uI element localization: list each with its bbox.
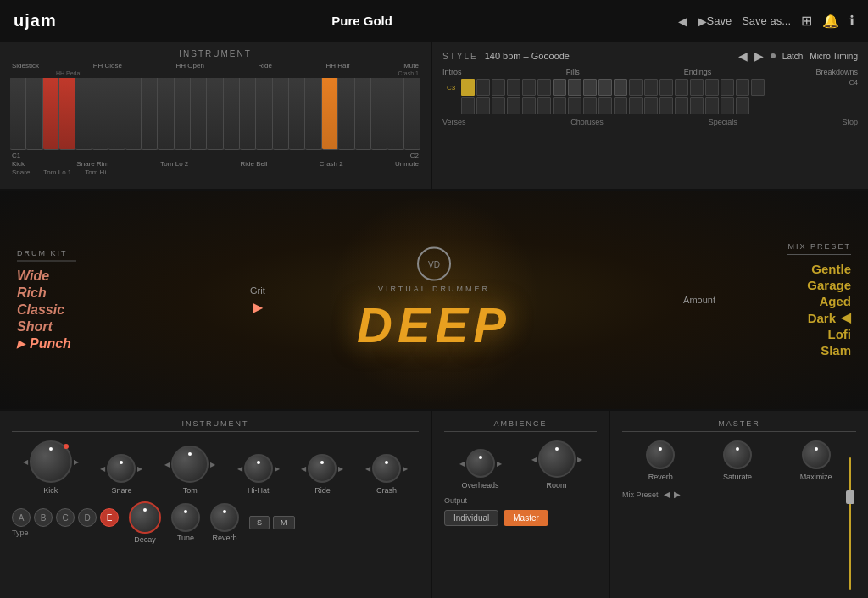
style-pad[interactable] bbox=[492, 97, 505, 114]
mixpreset-slam[interactable]: Slam bbox=[821, 343, 851, 357]
mix-preset-prev[interactable]: ◀ bbox=[664, 490, 670, 499]
key-d1[interactable] bbox=[26, 78, 42, 150]
mute-button[interactable]: M bbox=[273, 516, 295, 529]
key-b2[interactable] bbox=[224, 78, 240, 150]
master-saturate-knob[interactable] bbox=[723, 440, 752, 469]
drumkit-option-short[interactable]: Short bbox=[17, 319, 71, 335]
key-a3[interactable] bbox=[322, 78, 338, 150]
ride-knob[interactable] bbox=[308, 454, 337, 483]
solo-button[interactable]: S bbox=[249, 516, 270, 529]
style-pad[interactable] bbox=[553, 97, 566, 114]
key-d3[interactable] bbox=[256, 78, 272, 150]
style-pad[interactable] bbox=[721, 79, 734, 96]
master-fader[interactable] bbox=[844, 457, 856, 590]
style-pad[interactable] bbox=[461, 97, 475, 114]
save-button[interactable]: Save bbox=[707, 14, 732, 27]
type-btn-b[interactable]: B bbox=[34, 508, 53, 527]
style-pad[interactable] bbox=[583, 79, 597, 96]
preset-prev-button[interactable]: ◀ bbox=[678, 14, 687, 28]
key-f4[interactable] bbox=[404, 78, 420, 150]
style-pad[interactable] bbox=[675, 97, 688, 114]
master-output-button[interactable]: Master bbox=[504, 510, 548, 526]
drumkit-option-punch[interactable]: ▶ Punch bbox=[17, 336, 71, 352]
grit-arrow-icon[interactable]: ▶ bbox=[250, 299, 265, 315]
room-knob[interactable] bbox=[538, 440, 576, 478]
snare-knob[interactable] bbox=[107, 454, 136, 483]
mixpreset-garage[interactable]: Garage bbox=[807, 278, 851, 292]
style-pad[interactable] bbox=[659, 79, 673, 96]
style-pad[interactable] bbox=[659, 97, 673, 114]
style-pad[interactable] bbox=[690, 79, 704, 96]
hihat-knob[interactable] bbox=[244, 454, 273, 483]
key-b3[interactable] bbox=[338, 78, 354, 150]
key-c4[interactable] bbox=[355, 78, 371, 150]
tune-knob[interactable] bbox=[171, 503, 200, 532]
style-pad[interactable] bbox=[507, 97, 520, 114]
style-pad[interactable] bbox=[583, 97, 597, 114]
crash-knob[interactable] bbox=[372, 454, 401, 483]
style-pad[interactable] bbox=[614, 97, 627, 114]
preset-next-button[interactable]: ▶ bbox=[698, 14, 707, 28]
key-c2[interactable] bbox=[125, 78, 142, 150]
mixpreset-aged[interactable]: Aged bbox=[820, 294, 852, 308]
type-btn-e[interactable]: E bbox=[100, 508, 119, 527]
mixpreset-dark[interactable]: Dark ◀ bbox=[808, 310, 851, 325]
key-b1[interactable] bbox=[108, 78, 125, 150]
style-pad[interactable] bbox=[705, 79, 719, 96]
key-c1[interactable] bbox=[10, 78, 26, 150]
style-pad[interactable] bbox=[644, 97, 658, 114]
type-btn-c[interactable]: C bbox=[56, 508, 75, 527]
style-pad[interactable] bbox=[629, 79, 643, 96]
key-e2[interactable] bbox=[158, 78, 174, 150]
style-pad[interactable] bbox=[553, 79, 566, 96]
style-pad[interactable] bbox=[476, 79, 490, 96]
style-pad[interactable] bbox=[537, 97, 551, 114]
drumkit-option-rich[interactable]: Rich bbox=[17, 285, 71, 301]
mixpreset-lofi[interactable]: Lofi bbox=[828, 327, 852, 341]
style-pad[interactable] bbox=[721, 97, 734, 114]
style-prev-button[interactable]: ◀ bbox=[738, 49, 748, 63]
style-pad[interactable] bbox=[598, 97, 612, 114]
key-f2[interactable] bbox=[175, 78, 191, 150]
key-g2[interactable] bbox=[191, 78, 207, 150]
decay-knob[interactable] bbox=[129, 501, 161, 534]
save-as-button[interactable]: Save as... bbox=[742, 14, 791, 27]
style-pad[interactable] bbox=[476, 97, 490, 114]
style-pad[interactable] bbox=[736, 97, 749, 114]
style-pad[interactable] bbox=[537, 79, 551, 96]
mix-preset-next[interactable]: ▶ bbox=[674, 490, 681, 499]
style-pad[interactable] bbox=[751, 79, 765, 96]
style-pad[interactable] bbox=[675, 79, 688, 96]
key-d2[interactable] bbox=[142, 78, 158, 150]
reverb-knob[interactable] bbox=[210, 503, 239, 532]
key-c3[interactable] bbox=[240, 78, 256, 150]
style-pad[interactable] bbox=[736, 79, 749, 96]
key-g1[interactable] bbox=[75, 78, 92, 150]
style-pad[interactable] bbox=[614, 79, 627, 96]
individual-button[interactable]: Individual bbox=[444, 510, 498, 526]
key-a2[interactable] bbox=[207, 78, 223, 150]
style-pad[interactable] bbox=[598, 79, 612, 96]
tom-knob[interactable] bbox=[171, 446, 209, 483]
key-e4[interactable] bbox=[387, 78, 403, 150]
master-maximize-knob[interactable] bbox=[802, 440, 831, 469]
key-g3[interactable] bbox=[305, 78, 321, 150]
style-pad[interactable] bbox=[644, 79, 658, 96]
key-d4[interactable] bbox=[371, 78, 387, 150]
key-e3[interactable] bbox=[273, 78, 289, 150]
type-btn-a[interactable]: A bbox=[12, 508, 31, 527]
key-f3[interactable] bbox=[289, 78, 305, 150]
style-pad[interactable] bbox=[492, 79, 505, 96]
style-pad[interactable] bbox=[522, 79, 536, 96]
style-pad[interactable] bbox=[629, 97, 643, 114]
style-pad[interactable] bbox=[705, 97, 719, 114]
key-e1[interactable] bbox=[43, 78, 59, 150]
style-pad[interactable] bbox=[522, 97, 536, 114]
style-next-button[interactable]: ▶ bbox=[754, 49, 764, 63]
style-pad[interactable] bbox=[690, 97, 704, 114]
mixpreset-gentle[interactable]: Gentle bbox=[811, 262, 851, 276]
info-icon[interactable]: ℹ bbox=[849, 13, 854, 29]
overheads-knob[interactable] bbox=[466, 449, 495, 478]
style-pad[interactable] bbox=[568, 79, 581, 96]
type-btn-d[interactable]: D bbox=[78, 508, 97, 527]
